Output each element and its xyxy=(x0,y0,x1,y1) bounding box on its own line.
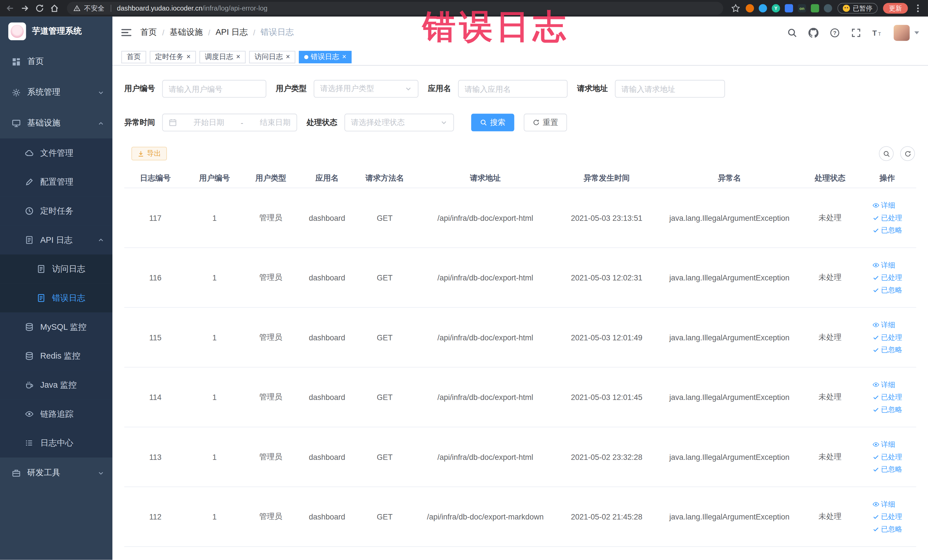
browser-forward-icon[interactable] xyxy=(20,3,30,13)
sidebar-item-java-monitor[interactable]: Java 监控 xyxy=(0,371,112,400)
mark-ignored-action[interactable]: 已忽略 xyxy=(872,285,902,295)
chevron-down-icon xyxy=(405,85,412,92)
cloud-icon xyxy=(25,149,34,157)
error-log-page: 用户编号 用户类型 请选择用户类型 应用名 xyxy=(112,66,928,560)
mark-ignored-action[interactable]: 已忽略 xyxy=(872,524,902,534)
reset-button[interactable]: 重置 xyxy=(524,113,567,131)
sidebar-item-trace[interactable]: 链路追踪 xyxy=(0,400,112,429)
doc-icon xyxy=(37,293,46,302)
close-tab-icon[interactable]: × xyxy=(186,53,191,61)
cell-request-method: GET xyxy=(355,512,414,521)
exception-time-range-input[interactable]: 开始日期 - 结束日期 xyxy=(162,113,297,131)
sidebar-item-log-center[interactable]: 日志中心 xyxy=(0,429,112,458)
sidebar-item-redis-monitor[interactable]: Redis 监控 xyxy=(0,342,112,371)
user-type-select[interactable]: 请选择用户类型 xyxy=(314,80,418,98)
close-tab-icon[interactable]: × xyxy=(236,53,241,61)
app-logo[interactable]: 芋道管理系统 xyxy=(0,17,112,46)
yudao-extension-icon[interactable]: Y xyxy=(772,4,780,12)
export-button[interactable]: 导出 xyxy=(131,147,167,160)
cell-app-name: dashboard xyxy=(299,452,355,461)
mark-processed-action[interactable]: 已处理 xyxy=(872,511,902,522)
close-tab-icon[interactable]: × xyxy=(286,53,290,61)
view-detail-action[interactable]: 详细 xyxy=(872,200,895,210)
fullscreen-icon[interactable] xyxy=(851,27,861,37)
grid-extension-icon[interactable] xyxy=(785,4,793,12)
sidebar-item-home[interactable]: 首页 xyxy=(0,46,112,77)
view-detail-action[interactable]: 详细 xyxy=(872,439,895,449)
search-button[interactable]: 搜索 xyxy=(471,113,514,131)
toggle-search-button[interactable] xyxy=(879,146,894,161)
tab-schedule-log[interactable]: 调度日志× xyxy=(199,50,246,63)
mark-ignored-action[interactable]: 已忽略 xyxy=(872,464,902,475)
font-size-icon[interactable]: TT xyxy=(872,27,882,37)
cell-request-url: /api/infra/db-doc/export-markdown xyxy=(414,512,556,521)
close-tab-icon[interactable]: × xyxy=(342,53,346,61)
mark-processed-action[interactable]: 已处理 xyxy=(872,272,902,282)
browser-reload-icon[interactable] xyxy=(35,3,44,13)
cell-exception-name: java.lang.IllegalArgumentException xyxy=(657,512,802,521)
breadcrumb-item-2[interactable]: API 日志 xyxy=(216,27,248,38)
sidebar-item-api-log[interactable]: API 日志 xyxy=(0,225,112,255)
github-icon[interactable] xyxy=(809,27,818,37)
orange-extension-icon[interactable] xyxy=(746,4,754,12)
tab-cron-job[interactable]: 定时任务× xyxy=(150,50,196,63)
app-name-input[interactable] xyxy=(458,80,568,98)
sidebar-item-infra[interactable]: 基础设施 xyxy=(0,108,112,139)
view-detail-action[interactable]: 详细 xyxy=(872,499,895,509)
address-bar[interactable]: 不安全 dashboard.yudao.iocoder.cn/infra/log… xyxy=(67,2,723,15)
paw-extension-icon[interactable] xyxy=(824,4,832,12)
collapse-sidebar-button[interactable] xyxy=(121,29,131,36)
sidebar-item-mysql-monitor[interactable]: MySQL 监控 xyxy=(0,312,112,342)
sidebar-item-access-log[interactable]: 访问日志 xyxy=(0,255,112,284)
view-detail-action[interactable]: 详细 xyxy=(872,320,895,330)
table-row: 1171管理员dashboardGET/api/infra/db-doc/exp… xyxy=(124,188,916,248)
browser-back-icon[interactable] xyxy=(5,3,15,13)
doc-icon xyxy=(37,264,46,273)
mark-processed-action[interactable]: 已处理 xyxy=(872,333,902,342)
export-button-label: 导出 xyxy=(147,149,161,159)
view-detail-action[interactable]: 详细 xyxy=(872,260,895,270)
cell-exception-name: java.lang.IllegalArgumentException xyxy=(657,333,802,342)
tab-error-log[interactable]: 错误日志× xyxy=(299,50,352,63)
browser-menu-icon[interactable] xyxy=(913,3,923,13)
action-links: 详细已处理已忽略 xyxy=(872,439,902,474)
mark-processed-action[interactable]: 已处理 xyxy=(872,452,902,462)
url-host: dashboard.yudao.iocoder.cn xyxy=(117,5,203,12)
leaf-extension-icon[interactable] xyxy=(811,4,819,12)
update-label: 更新 xyxy=(889,4,902,12)
paused-chip[interactable]: 已暂停 xyxy=(838,3,878,14)
tab-home[interactable]: 首页 xyxy=(121,50,146,63)
mark-processed-action[interactable]: 已处理 xyxy=(872,213,902,223)
tab-access-log[interactable]: 访问日志× xyxy=(249,50,295,63)
cell-request-url: /api/infra/db-doc/export-html xyxy=(414,392,556,401)
mark-ignored-action[interactable]: 已忽略 xyxy=(872,225,902,235)
process-status-select[interactable]: 请选择处理状态 xyxy=(344,113,454,131)
sidebar-item-error-log[interactable]: 错误日志 xyxy=(0,284,112,313)
search-icon[interactable] xyxy=(787,27,797,37)
breadcrumb-item-0[interactable]: 首页 xyxy=(140,27,157,38)
sidebar-item-cron-job[interactable]: 定时任务 xyxy=(0,197,112,226)
exception-time-label: 异常时间 xyxy=(124,117,155,128)
sidebar-item-devtools[interactable]: 研发工具 xyxy=(0,458,112,488)
sidebar-item-config[interactable]: 配置管理 xyxy=(0,168,112,197)
help-icon[interactable]: ? xyxy=(830,27,840,37)
mark-ignored-action[interactable]: 已忽略 xyxy=(872,404,902,415)
refresh-table-button[interactable] xyxy=(900,146,915,161)
update-chip[interactable]: 更新 xyxy=(883,3,908,14)
sidebar-item-files[interactable]: 文件管理 xyxy=(0,138,112,168)
breadcrumb-item-1[interactable]: 基础设施 xyxy=(170,27,203,38)
on-extension-icon[interactable]: on xyxy=(798,4,806,12)
user-id-input[interactable] xyxy=(162,80,266,98)
request-url-input[interactable] xyxy=(615,80,725,98)
view-detail-action[interactable]: 详细 xyxy=(872,380,895,390)
gear-icon xyxy=(12,88,21,97)
drop-extension-icon[interactable] xyxy=(759,4,767,12)
avatar-caret-icon[interactable] xyxy=(914,31,919,34)
mark-ignored-action[interactable]: 已忽略 xyxy=(872,345,902,355)
sidebar-item-system[interactable]: 系统管理 xyxy=(0,77,112,108)
mark-processed-action[interactable]: 已处理 xyxy=(872,392,902,402)
browser-home-icon[interactable] xyxy=(50,3,59,13)
user-avatar[interactable] xyxy=(894,24,910,41)
cup-icon xyxy=(25,381,34,389)
bookmark-star-icon[interactable] xyxy=(731,3,740,13)
